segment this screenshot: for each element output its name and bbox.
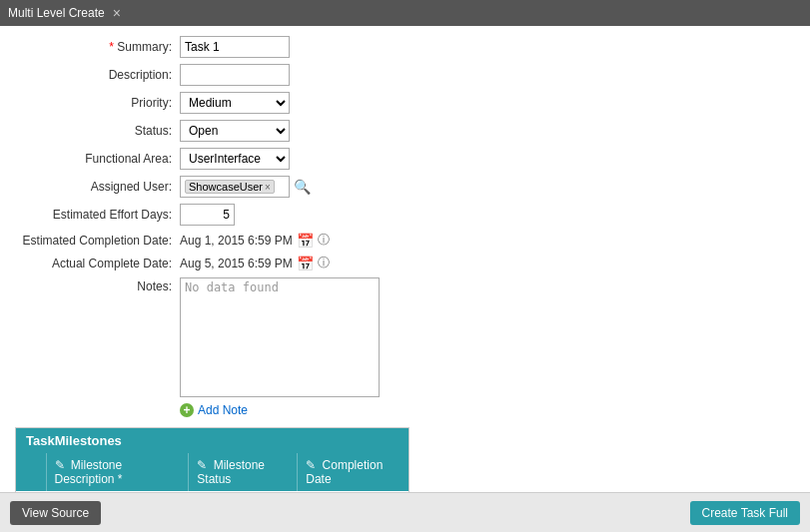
actual-complete-row: Actual Complete Date: Aug 5, 2015 6:59 P… (15, 255, 795, 271)
est-completion-label: Estimated Completion Date: (15, 234, 180, 248)
milestones-col-completion: ✎ Completion Date (298, 453, 408, 491)
effort-row: Estimated Effort Days: (15, 204, 795, 226)
effort-label: Estimated Effort Days: (15, 208, 180, 222)
notes-label: Notes: (15, 277, 180, 293)
add-note-link[interactable]: Add Note (198, 403, 248, 417)
milestones-col-delete (16, 453, 46, 491)
summary-label: Summary: (15, 40, 180, 54)
priority-label: Priority: (15, 96, 180, 110)
view-source-button[interactable]: View Source (10, 501, 101, 525)
pencil-description-icon: ✎ (55, 458, 65, 472)
bottom-bar: View Source Create Task Full (0, 492, 810, 532)
close-icon[interactable]: × (113, 6, 121, 20)
status-row: Status: Open Closed In Progress (15, 120, 795, 142)
actual-complete-calendar-icon[interactable]: 📅 (297, 256, 314, 271)
col-status-label: Milestone Status (197, 458, 265, 486)
actual-complete-date-value: Aug 5, 2015 6:59 PM (180, 257, 293, 270)
assigned-user-box: ShowcaseUser × (180, 176, 290, 198)
main-content: Summary: Description: Priority: Medium L… (0, 26, 810, 492)
priority-row: Priority: Medium Low High (15, 92, 795, 114)
assigned-user-tag: ShowcaseUser × (185, 180, 275, 194)
priority-select[interactable]: Medium Low High (180, 92, 290, 114)
title-bar: Multi Level Create × (0, 0, 810, 26)
est-completion-date-row: Aug 1, 2015 6:59 PM 📅 ⓘ (180, 232, 330, 249)
functional-area-row: Functional Area: UserInterface Backend D… (15, 148, 795, 170)
est-completion-info-icon[interactable]: ⓘ (318, 232, 330, 249)
add-note-icon[interactable]: + (180, 403, 194, 417)
assigned-user-row: Assigned User: ShowcaseUser × 🔍 (15, 176, 795, 198)
est-completion-calendar-icon[interactable]: 📅 (297, 233, 314, 249)
est-completion-date-value: Aug 1, 2015 6:59 PM (180, 234, 293, 248)
title-bar-text: Multi Level Create (8, 6, 105, 20)
milestones-col-status: ✎ Milestone Status (189, 453, 298, 491)
notes-row: Notes: No data found (15, 277, 795, 397)
actual-complete-date-row: Aug 5, 2015 6:59 PM 📅 ⓘ (180, 255, 330, 271)
assigned-user-label: Assigned User: (15, 180, 180, 194)
est-completion-row: Estimated Completion Date: Aug 1, 2015 6… (15, 232, 795, 249)
search-user-icon[interactable]: 🔍 (294, 179, 311, 195)
milestones-col-description: ✎ Milestone Description * (46, 453, 189, 491)
functional-area-select[interactable]: UserInterface Backend Database (180, 148, 290, 170)
actual-complete-info-icon[interactable]: ⓘ (318, 255, 330, 271)
effort-input[interactable] (180, 204, 235, 226)
remove-user-icon[interactable]: × (265, 182, 271, 193)
milestones-header: TaskMilestones (16, 428, 408, 453)
notes-textarea[interactable]: No data found (180, 277, 380, 397)
description-label: Description: (15, 68, 180, 82)
description-input[interactable] (180, 64, 290, 86)
create-task-button[interactable]: Create Task Full (690, 501, 800, 525)
summary-input[interactable] (180, 36, 290, 58)
milestones-header-row: ✎ Milestone Description * ✎ Milestone St… (16, 453, 408, 491)
functional-area-label: Functional Area: (15, 152, 180, 166)
status-label: Status: (15, 124, 180, 138)
add-note-row: + Add Note (180, 403, 795, 417)
assigned-user-value: ShowcaseUser (189, 181, 263, 193)
milestones-section: TaskMilestones ✎ Milestone Description *… (15, 427, 409, 492)
summary-row: Summary: (15, 36, 795, 58)
status-select[interactable]: Open Closed In Progress (180, 120, 290, 142)
pencil-completion-icon: ✎ (306, 458, 316, 472)
actual-complete-label: Actual Complete Date: (15, 257, 180, 270)
col-completion-label: Completion Date (306, 458, 383, 486)
pencil-status-icon: ✎ (197, 458, 207, 472)
milestones-table: ✎ Milestone Description * ✎ Milestone St… (16, 453, 408, 492)
description-row: Description: (15, 64, 795, 86)
